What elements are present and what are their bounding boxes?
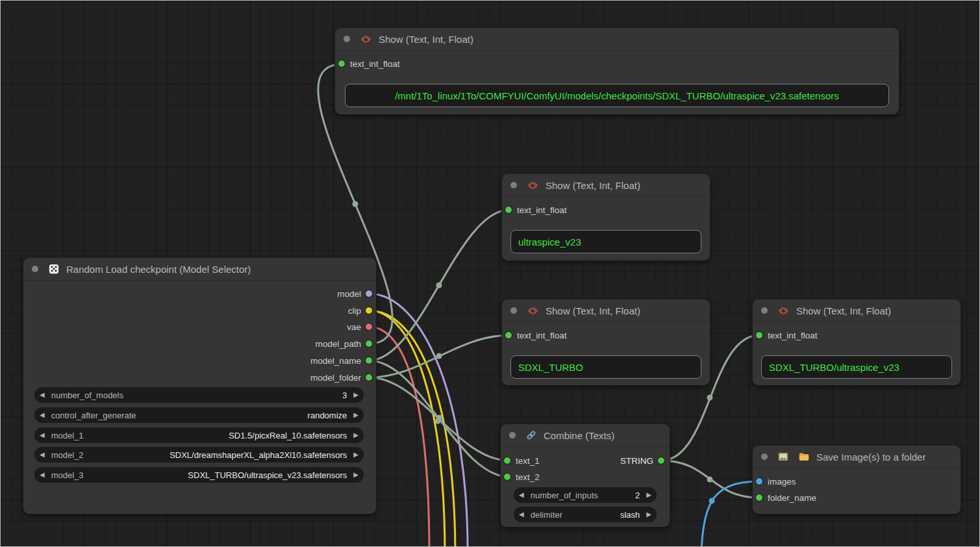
output-port-model_folder[interactable] xyxy=(366,374,372,381)
widget-right-arrow-icon[interactable]: ▶ xyxy=(353,392,358,398)
input-port-text_int_float[interactable] xyxy=(505,207,512,213)
widget-model_1[interactable]: ◀ model_1 SD1.5/picxReal_10.safetensors … xyxy=(34,427,364,443)
link-midpoint-dot[interactable] xyxy=(436,353,442,359)
output-label: vae xyxy=(347,322,361,332)
widget-model_3[interactable]: ◀ model_3 SDXL_TURBO/ultraspice_v23.safe… xyxy=(34,467,364,483)
node-title: Combine (Texts) xyxy=(544,430,614,441)
node-save-images-to-folder[interactable]: Save Image(s) to a folder images folder_… xyxy=(753,446,961,514)
node-show-model-path[interactable]: Show (Text, Int, Float) text_int_float /… xyxy=(335,28,899,114)
input-row-folder_name: folder_name xyxy=(753,490,961,505)
node-show-model-folder[interactable]: Show (Text, Int, Float) text_int_float S… xyxy=(502,299,710,385)
widget-right-arrow-icon[interactable]: ▶ xyxy=(353,432,358,439)
link-midpoint-dot[interactable] xyxy=(435,418,441,424)
input-label: text_int_float xyxy=(768,331,818,340)
output-label: clip xyxy=(348,306,361,316)
widget-model_2[interactable]: ◀ model_2 SDXL/dreamshaperXL_alpha2Xl10.… xyxy=(34,447,364,463)
output-port-string[interactable] xyxy=(658,457,664,464)
widget-left-arrow-icon[interactable]: ◀ xyxy=(40,432,45,439)
widget-left-arrow-icon[interactable]: ◀ xyxy=(40,412,45,418)
node-title-bar[interactable]: Show (Text, Int, Float) xyxy=(502,174,710,197)
input-port-text_int_float[interactable] xyxy=(505,332,512,338)
widget-left-arrow-icon[interactable]: ◀ xyxy=(40,472,45,478)
collapse-dot[interactable] xyxy=(761,453,768,460)
collapse-dot[interactable] xyxy=(510,307,517,314)
node-title-bar[interactable]: Show (Text, Int, Float) xyxy=(753,299,961,322)
widget-right-arrow-icon[interactable]: ▶ xyxy=(353,452,358,458)
widget-right-arrow-icon[interactable]: ▶ xyxy=(646,511,651,518)
collapse-dot[interactable] xyxy=(509,432,516,439)
node-combine-texts[interactable]: Combine (Texts) text_1 text_2 STRING ◀ n… xyxy=(501,424,670,527)
link-midpoint-dot[interactable] xyxy=(436,283,442,288)
node-title: Show (Text, Int, Float) xyxy=(546,180,640,191)
node-show-combined-string[interactable]: Show (Text, Int, Float) text_int_float S… xyxy=(753,299,961,385)
widget-right-arrow-icon[interactable]: ▶ xyxy=(646,492,651,498)
output-row-model_name: model_name xyxy=(23,353,376,368)
output-port-model[interactable] xyxy=(366,290,372,297)
dice-icon xyxy=(48,263,60,275)
widget-value: SD1.5/picxReal_10.safetensors xyxy=(229,431,347,440)
node-show-model-name[interactable]: Show (Text, Int, Float) text_int_float u… xyxy=(502,174,710,261)
widget-control_after_generate[interactable]: ◀ control_after_generate randomize ▶ xyxy=(34,407,364,423)
output-label: model_folder xyxy=(310,373,361,383)
node-title-bar[interactable]: Show (Text, Int, Float) xyxy=(335,28,899,51)
folder-icon xyxy=(798,451,810,463)
collapse-dot[interactable] xyxy=(510,182,517,188)
input-port-text_2[interactable] xyxy=(504,474,510,480)
widget-left-arrow-icon[interactable]: ◀ xyxy=(519,492,524,498)
eye-icon xyxy=(360,33,372,45)
input-label: text_2 xyxy=(516,472,540,482)
link-midpoint-dot[interactable] xyxy=(709,498,715,504)
widget-label: delimiter xyxy=(531,510,562,520)
link-midpoint-dot[interactable] xyxy=(707,477,713,483)
output-port-model_name[interactable] xyxy=(366,357,372,364)
widget-right-arrow-icon[interactable]: ▶ xyxy=(353,412,358,418)
output-label: model_name xyxy=(310,356,361,366)
picture-icon xyxy=(777,451,789,463)
input-port-text_int_float[interactable] xyxy=(338,60,345,67)
node-title-bar[interactable]: Combine (Texts) xyxy=(501,424,670,447)
widget-value: 3 xyxy=(342,390,347,400)
output-port-model_path[interactable] xyxy=(366,340,372,347)
widget-left-arrow-icon[interactable]: ◀ xyxy=(519,511,524,518)
displayed-text: SDXL_TURBO xyxy=(518,362,583,373)
node-random-load-checkpoint[interactable]: Random Load checkpoint (Model Selector) … xyxy=(23,258,376,514)
input-port-images[interactable] xyxy=(756,478,762,485)
widget-delimiter[interactable]: ◀ delimiter slash ▶ xyxy=(514,507,657,522)
widget-right-arrow-icon[interactable]: ▶ xyxy=(353,472,358,478)
node-title-bar[interactable]: Show (Text, Int, Float) xyxy=(502,299,710,322)
node-graph-canvas[interactable]: Show (Text, Int, Float) text_int_float /… xyxy=(0,0,980,547)
output-row-string: STRING xyxy=(501,453,670,468)
output-port-vae[interactable] xyxy=(366,324,372,330)
collapse-dot[interactable] xyxy=(344,36,350,42)
input-label: text_int_float xyxy=(517,331,567,340)
node-title: Save Image(s) to a folder xyxy=(816,452,925,463)
input-port-text_int_float[interactable] xyxy=(756,332,762,338)
node-title: Show (Text, Int, Float) xyxy=(546,305,640,316)
output-label: model_path xyxy=(315,339,361,349)
link-icon xyxy=(525,429,537,441)
widget-left-arrow-icon[interactable]: ◀ xyxy=(40,392,45,398)
link-midpoint-dot[interactable] xyxy=(353,201,358,207)
output-row-model_path: model_path xyxy=(23,336,376,351)
output-row-model_folder: model_folder xyxy=(23,370,376,385)
input-row-images: images xyxy=(753,474,961,489)
node-title-bar[interactable]: Random Load checkpoint (Model Selector) xyxy=(23,258,376,281)
widget-label: number_of_models xyxy=(51,390,123,400)
widget-left-arrow-icon[interactable]: ◀ xyxy=(40,452,45,458)
collapse-dot[interactable] xyxy=(761,307,768,314)
value-display-box: ultraspice_v23 xyxy=(510,230,701,253)
output-row-clip: clip xyxy=(23,303,376,318)
widget-label: model_3 xyxy=(51,470,84,480)
link-midpoint-dot[interactable] xyxy=(707,395,713,401)
input-row-text_2: text_2 xyxy=(501,469,670,485)
output-label: STRING xyxy=(620,456,653,466)
widget-number_of_models[interactable]: ◀ number_of_models 3 ▶ xyxy=(34,387,364,403)
value-display-box: /mnt/1To_linux/1To/COMFYUI/ComfyUI/model… xyxy=(345,84,889,107)
output-port-clip[interactable] xyxy=(366,307,372,314)
collapse-dot[interactable] xyxy=(32,266,38,272)
widget-label: number_of_inputs xyxy=(531,490,598,500)
widget-number_of_inputs[interactable]: ◀ number_of_inputs 2 ▶ xyxy=(514,487,657,503)
eye-icon xyxy=(777,305,790,317)
node-title-bar[interactable]: Save Image(s) to a folder xyxy=(753,446,961,468)
input-port-folder_name[interactable] xyxy=(756,494,762,501)
